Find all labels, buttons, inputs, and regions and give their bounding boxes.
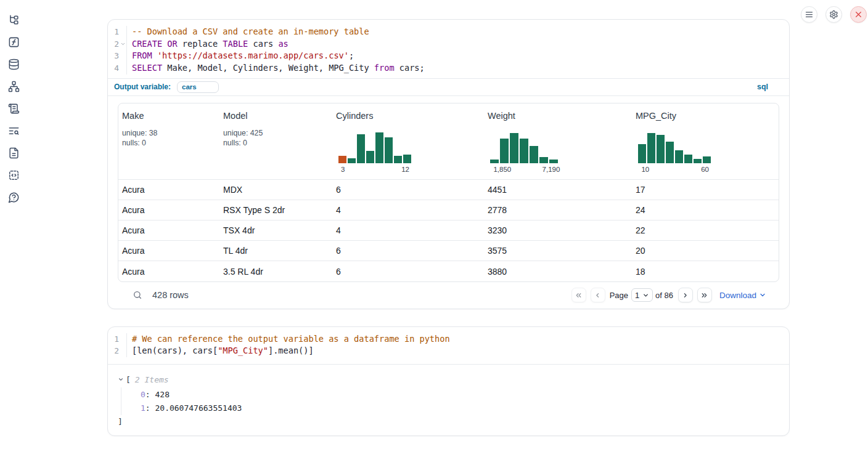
search-icon[interactable]	[133, 290, 142, 300]
chevron-left-icon	[594, 291, 602, 299]
line-number-gutter: 1234	[108, 26, 127, 75]
file-tree-icon[interactable]	[8, 14, 20, 26]
histogram-bar[interactable]	[366, 151, 374, 163]
table-cell: RSX Type S 2dr	[219, 200, 332, 220]
histogram-bar[interactable]	[385, 137, 393, 163]
column-histogram: 1060	[638, 131, 711, 174]
histogram-bar[interactable]	[348, 158, 356, 163]
collapse-toggle-icon[interactable]	[118, 376, 124, 382]
line-number: 3	[108, 50, 126, 62]
python-code-editor[interactable]: 12 # We can reference the output variabl…	[108, 327, 789, 364]
snippets-icon[interactable]	[8, 169, 20, 181]
histogram-bar[interactable]	[520, 139, 528, 163]
code-line[interactable]: -- Download a CSV and create an in-memor…	[132, 26, 425, 38]
function-icon[interactable]	[8, 36, 20, 48]
prev-page-button[interactable]	[591, 288, 605, 302]
histogram-bar[interactable]	[403, 155, 411, 163]
page-total: of 86	[655, 291, 673, 300]
notebook: 1234 -- Download a CSV and create an in-…	[107, 19, 790, 436]
row-count: 428 rows	[152, 290, 189, 300]
python-output: [ 2 Items 0: 4281: 20.060747663551403 ]	[108, 365, 789, 435]
chevron-down-icon	[642, 292, 649, 299]
shutdown-button[interactable]	[850, 6, 867, 23]
code-line[interactable]: FROM 'https://datasets.marimo.app/cars.c…	[132, 50, 425, 62]
table-cell: 18	[632, 261, 779, 281]
table-cell: 22	[632, 220, 779, 241]
histogram-bar[interactable]	[684, 155, 692, 163]
histogram-bar[interactable]	[657, 135, 665, 163]
menu-button[interactable]	[801, 6, 817, 23]
column-histogram: 312	[338, 131, 411, 174]
histogram-bar[interactable]	[675, 150, 683, 163]
histogram-bar[interactable]	[666, 142, 674, 163]
histogram-min-label: 3	[341, 166, 345, 173]
output-variable-input[interactable]: cars	[177, 81, 219, 93]
histogram-min-label: 10	[641, 166, 649, 173]
table-cell: TSX 4dr	[219, 220, 332, 241]
histogram-bar[interactable]	[638, 144, 646, 163]
download-button[interactable]: Download	[719, 291, 766, 300]
sql-code-editor[interactable]: 1234 -- Download a CSV and create an in-…	[108, 20, 789, 78]
close-icon	[854, 10, 862, 18]
code-line[interactable]: SELECT Make, Model, Cylinders, Weight, M…	[132, 62, 425, 75]
histogram-bar[interactable]	[338, 156, 346, 163]
column-stats: unique: 425nulls: 0	[223, 128, 329, 148]
histogram-bar[interactable]	[500, 139, 509, 163]
histogram-bar[interactable]	[357, 134, 365, 163]
chevron-right-icon	[681, 291, 689, 299]
table-row[interactable]: AcuraMDX6445117	[118, 180, 779, 200]
help-icon[interactable]	[8, 192, 20, 203]
histogram-bar[interactable]	[375, 132, 383, 163]
page-select-value: 1	[635, 291, 639, 300]
first-page-button[interactable]	[571, 288, 586, 302]
table-cell: Acura	[118, 180, 219, 200]
sql-code[interactable]: -- Download a CSV and create an in-memor…	[127, 26, 425, 75]
fold-chevron-icon[interactable]	[119, 41, 126, 48]
page-select[interactable]: 1	[631, 288, 653, 302]
database-icon[interactable]	[8, 59, 20, 70]
table-row[interactable]: AcuraTL 4dr6357520	[118, 241, 779, 261]
histogram-bar[interactable]	[647, 133, 655, 163]
table-cell: 4	[332, 200, 484, 220]
histogram-bar[interactable]	[694, 159, 702, 163]
line-number-gutter: 12	[108, 333, 127, 357]
settings-button[interactable]	[825, 6, 842, 23]
output-variable-label: Output variable:	[114, 83, 171, 91]
column-histogram: 1,8507,190	[490, 131, 558, 174]
table-cell: TL 4dr	[219, 241, 332, 261]
column-header-weight[interactable]: Weight1,8507,190	[484, 103, 632, 180]
column-header-model[interactable]: Modelunique: 425nulls: 0	[219, 103, 332, 180]
line-number: 2	[108, 38, 126, 51]
code-line[interactable]: CREATE OR replace TABLE cars as	[132, 38, 425, 51]
column-header-cylinders[interactable]: Cylinders312	[332, 103, 484, 180]
code-line[interactable]: [len(cars), cars["MPG_City"].mean()]	[132, 345, 450, 357]
histogram-bar[interactable]	[510, 133, 518, 163]
table-row[interactable]: AcuraRSX Type S 2dr4277824	[118, 200, 779, 220]
logs-icon[interactable]	[8, 125, 20, 137]
column-header-mpg_city[interactable]: MPG_City1060	[632, 103, 779, 180]
sql-output: Makeunique: 38nulls: 0Modelunique: 425nu…	[108, 96, 789, 309]
sql-cell: 1234 -- Download a CSV and create an in-…	[107, 19, 790, 309]
scratchpad-icon[interactable]	[8, 103, 20, 115]
table-row[interactable]: Acura3.5 RL 4dr6388018	[118, 261, 779, 281]
last-page-button[interactable]	[697, 288, 712, 302]
open-bracket: [	[126, 375, 131, 384]
histogram-bar[interactable]	[703, 156, 711, 163]
column-header-make[interactable]: Makeunique: 38nulls: 0	[118, 103, 219, 180]
dependency-graph-icon[interactable]	[8, 81, 20, 92]
chevrons-right-icon	[700, 291, 708, 299]
code-line[interactable]: # We can reference the output variable a…	[132, 333, 450, 346]
line-number: 1	[108, 333, 126, 346]
python-code[interactable]: # We can reference the output variable a…	[127, 333, 450, 357]
histogram-bar[interactable]	[394, 156, 402, 163]
table-row[interactable]: AcuraTSX 4dr4323022	[118, 220, 779, 241]
table-cell: Acura	[118, 261, 219, 281]
table-cell: 4451	[484, 180, 632, 200]
close-bracket: ]	[118, 415, 779, 428]
table-cell: 24	[632, 200, 779, 220]
column-stats: unique: 38nulls: 0	[122, 128, 216, 148]
histogram-bar[interactable]	[530, 146, 538, 163]
next-page-button[interactable]	[678, 288, 693, 302]
documentation-icon[interactable]	[8, 147, 20, 159]
histogram-bar[interactable]	[539, 157, 548, 163]
